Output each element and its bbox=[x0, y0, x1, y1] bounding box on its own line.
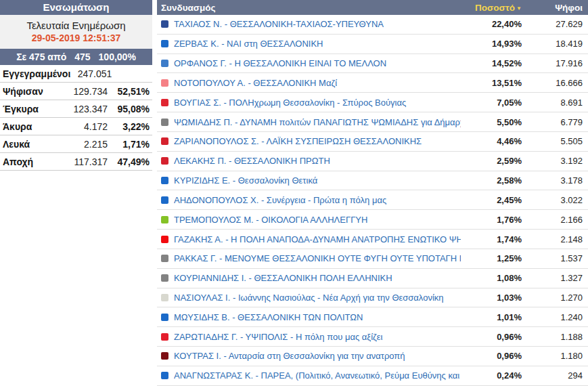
party-color-swatch bbox=[161, 274, 168, 282]
candidate-link[interactable]: ΓΑΖΑΚΗΣ Α. - Η ΠΟΛΗ ΑΝΑΠΟΔΑ-ΔΥΝΑΜΗ ΑΝΑΤΡ… bbox=[174, 234, 461, 244]
stat-value: 247.051 bbox=[70, 68, 112, 79]
table-row[interactable]: ΚΟΥΡΙΑΝΝΙΔΗΣ Ι. - ΘΕΣΣΑΛΟΝΙΚΗ ΠΟΛΗ ΕΛΛΗΝ… bbox=[157, 269, 588, 288]
table-row[interactable]: ΒΟΥΓΙΑΣ Σ. - ΠΟΛΗχρωμη Θεσσαλονίκη - Σπύ… bbox=[157, 93, 588, 112]
votes-cell: 1.327 bbox=[522, 273, 583, 283]
candidate-link[interactable]: ΝΑΣΙΟΥΛΑΣ Ι. - Ιωάννης Νασιούλας - Νέα Α… bbox=[174, 293, 461, 303]
votes-cell: 16.666 bbox=[522, 78, 583, 88]
last-update-box: Τελευταία Ενημέρωση 29-05-2019 12:51:37 bbox=[0, 15, 152, 49]
table-row[interactable]: ΜΩΥΣΙΔΗΣ Β. - ΘΕΣΣΑΛΟΝΙΚΗ ΤΩΝ ΠΟΛΙΤΩΝ1,0… bbox=[157, 307, 588, 327]
table-row[interactable]: ΖΕΡΒΑΣ Κ. - ΝΑΙ στη ΘΕΣΣΑΛΟΝΙΚΗ14,93%18.… bbox=[157, 35, 588, 54]
table-row[interactable]: ΛΕΚΑΚΗΣ Π. - ΘΕΣΣΑΛΟΝΙΚΗ ΠΡΩΤΗ2,59%3.192 bbox=[157, 152, 588, 171]
table-row[interactable]: ΨΩΜΙΑΔΗΣ Π. - ΔΥΝΑΜΗ πολιτών ΠΑΝΑΓΙΩΤΗΣ … bbox=[157, 112, 588, 132]
stat-percent: 52,51% bbox=[108, 86, 150, 97]
party-color-swatch bbox=[161, 119, 168, 126]
candidate-link[interactable]: ΚΥΡΙΖΙΔΗΣ Ε. - Θεσσαλονίκη Θετικά bbox=[174, 175, 461, 186]
sidebar-stat-row: Εγγεγραμμένοι247.051 bbox=[0, 65, 152, 83]
table-row[interactable]: ΖΑΡΩΤΙΑΔΗΣ Γ. - ΥΨΙΠΟΛΙΣ - Η πόλη που μα… bbox=[157, 327, 588, 347]
stat-label: Αποχή bbox=[3, 156, 62, 167]
party-color-swatch bbox=[161, 60, 168, 67]
integration-header: Ενσωμάτωση bbox=[0, 0, 152, 15]
votes-cell: 17.916 bbox=[522, 58, 583, 68]
table-row[interactable]: ΑΝΑΓΝΩΣΤΑΡΑΣ Κ. - ΠΑΡΕΑ, (Πολιτικό, Αναν… bbox=[157, 366, 588, 386]
party-color-swatch bbox=[161, 314, 168, 321]
candidate-link[interactable]: ΖΑΡΩΤΙΑΔΗΣ Γ. - ΥΨΙΠΟΛΙΣ - Η πόλη που μα… bbox=[174, 332, 461, 342]
votes-cell: 1.537 bbox=[522, 253, 583, 263]
candidate-link[interactable]: ΖΕΡΒΑΣ Κ. - ΝΑΙ στη ΘΕΣΣΑΛΟΝΙΚΗ bbox=[174, 39, 461, 49]
stat-label: Εγγεγραμμένοι bbox=[3, 68, 70, 79]
sidebar-stats: Εγγεγραμμένοι247.051Ψήφισαν129.73452,51%… bbox=[0, 65, 152, 171]
votes-cell: 1.270 bbox=[522, 293, 583, 303]
table-row[interactable]: ΝΑΣΙΟΥΛΑΣ Ι. - Ιωάννης Νασιούλας - Νέα Α… bbox=[157, 288, 588, 308]
candidate-link[interactable]: ΨΩΜΙΑΔΗΣ Π. - ΔΥΝΑΜΗ πολιτών ΠΑΝΑΓΙΩΤΗΣ … bbox=[174, 117, 461, 127]
stat-value: 129.734 bbox=[62, 86, 108, 97]
percent-cell: 1,01% bbox=[461, 312, 522, 322]
percent-cell: 1,76% bbox=[461, 215, 522, 225]
table-row[interactable]: ΤΡΕΜΟΠΟΥΛΟΣ Μ. - ΟΙΚΟΛΟΓΙΑ ΑΛΛΗΛΕΓΓΥΗ1,7… bbox=[157, 210, 588, 230]
stat-percent: 47,49% bbox=[108, 156, 150, 167]
percent-cell: 13,51% bbox=[461, 78, 522, 88]
stat-value: 123.347 bbox=[62, 104, 108, 114]
party-color-swatch bbox=[161, 372, 168, 379]
table-row[interactable]: ΚΟΥΤΡΑΣ Ι. - Ανταρσία στη Θεσσαλονίκη γι… bbox=[157, 347, 588, 366]
percent-cell: 22,40% bbox=[461, 19, 522, 29]
table-row[interactable]: ΝΟΤΟΠΟΥΛΟΥ Α. - ΘΕΣΣΑΛΟΝΙΚΗ Μαζί13,51%16… bbox=[157, 73, 588, 93]
votes-cell: 1.240 bbox=[522, 312, 583, 322]
results-table-header: Συνδυασμός Ποσοστό▼ Ψήφοι bbox=[157, 0, 588, 15]
candidate-link[interactable]: ΚΟΥΡΙΑΝΝΙΔΗΣ Ι. - ΘΕΣΣΑΛΟΝΙΚΗ ΠΟΛΗ ΕΛΛΗΝ… bbox=[174, 273, 461, 283]
last-update-timestamp: 29-05-2019 12:51:37 bbox=[0, 33, 152, 43]
votes-cell: 2.166 bbox=[522, 215, 583, 225]
percent-cell: 1,25% bbox=[461, 253, 522, 263]
table-row[interactable]: ΖΑΡΙΑΝΟΠΟΥΛΟΣ Σ. - ΛΑΪΚΗ ΣΥΣΠΕΙΡΩΣΗ ΘΕΣΣ… bbox=[157, 132, 588, 152]
column-header-percent[interactable]: Ποσοστό▼ bbox=[461, 3, 522, 13]
votes-cell: 27.629 bbox=[522, 19, 583, 29]
stat-label: Έγκυρα bbox=[3, 104, 62, 114]
percent-cell: 0,96% bbox=[461, 332, 522, 342]
party-color-swatch bbox=[161, 255, 168, 262]
stat-value: 2.215 bbox=[62, 139, 108, 150]
party-color-swatch bbox=[161, 236, 168, 243]
candidate-link[interactable]: ΖΑΡΙΑΝΟΠΟΥΛΟΣ Σ. - ΛΑΪΚΗ ΣΥΣΠΕΙΡΩΣΗ ΘΕΣΣ… bbox=[174, 136, 461, 146]
table-row[interactable]: ΤΑΧΙΑΟΣ Ν. - ΘΕΣΣΑΛΟΝΙΚΗ-ΤΑΧΙΑΟΣ-ΥΠΕΥΘΥΝ… bbox=[157, 15, 588, 35]
votes-cell: 5.505 bbox=[522, 136, 583, 146]
table-row[interactable]: ΡΑΚΚΑΣ Γ. - ΜΕΝΟΥΜΕ ΘΕΣΣΑΛΟΝΙΚΗ ΟΥΤΕ ΦΥΓ… bbox=[157, 249, 588, 269]
sidebar-stat-row: Έγκυρα123.34795,08% bbox=[0, 100, 152, 118]
candidate-link[interactable]: ΒΟΥΓΙΑΣ Σ. - ΠΟΛΗχρωμη Θεσσαλονίκη - Σπύ… bbox=[174, 98, 461, 108]
party-color-swatch bbox=[161, 40, 168, 47]
candidate-link[interactable]: ΚΟΥΤΡΑΣ Ι. - Ανταρσία στη Θεσσαλονίκη γι… bbox=[174, 351, 461, 361]
votes-cell: 3.022 bbox=[522, 195, 583, 205]
sidebar-stat-row: Ψήφισαν129.73452,51% bbox=[0, 83, 152, 100]
candidate-link[interactable]: ΑΝΑΓΝΩΣΤΑΡΑΣ Κ. - ΠΑΡΕΑ, (Πολιτικό, Αναν… bbox=[174, 370, 461, 381]
votes-cell: 3.178 bbox=[522, 175, 583, 186]
party-color-swatch bbox=[161, 99, 168, 106]
votes-cell: 294 bbox=[522, 370, 583, 381]
table-row[interactable]: ΟΡΦΑΝΟΣ Γ. - Η ΘΕΣΣΑΛΟΝΙΚΗ ΕΙΝΑΙ ΤΟ ΜΕΛΛ… bbox=[157, 54, 588, 74]
column-header-votes[interactable]: Ψήφοι bbox=[522, 3, 583, 13]
party-color-swatch bbox=[161, 333, 168, 341]
election-results-page: Ενσωμάτωση Τελευταία Ενημέρωση 29-05-201… bbox=[0, 0, 588, 386]
percent-cell: 5,50% bbox=[461, 117, 522, 127]
percent-cell: 1,08% bbox=[461, 273, 522, 283]
table-row[interactable]: ΓΑΖΑΚΗΣ Α. - Η ΠΟΛΗ ΑΝΑΠΟΔΑ-ΔΥΝΑΜΗ ΑΝΑΤΡ… bbox=[157, 230, 588, 249]
percent-cell: 2,45% bbox=[461, 195, 522, 205]
candidate-link[interactable]: ΑΗΔΟΝΟΠΟΥΛΟΣ Χ. - Συνέργεια - Πρώτα η πό… bbox=[174, 195, 461, 205]
column-header-combination[interactable]: Συνδυασμός bbox=[161, 3, 461, 13]
results-rows: ΤΑΧΙΑΟΣ Ν. - ΘΕΣΣΑΛΟΝΙΚΗ-ΤΑΧΙΑΟΣ-ΥΠΕΥΘΥΝ… bbox=[157, 15, 588, 386]
table-row[interactable]: ΚΥΡΙΖΙΔΗΣ Ε. - Θεσσαλονίκη Θετικά2,58%3.… bbox=[157, 171, 588, 191]
stat-percent: 95,08% bbox=[108, 104, 150, 114]
candidate-link[interactable]: ΟΡΦΑΝΟΣ Γ. - Η ΘΕΣΣΑΛΟΝΙΚΗ ΕΙΝΑΙ ΤΟ ΜΕΛΛ… bbox=[174, 58, 461, 68]
candidate-link[interactable]: ΝΟΤΟΠΟΥΛΟΥ Α. - ΘΕΣΣΑΛΟΝΙΚΗ Μαζί bbox=[174, 78, 461, 88]
results-table: Συνδυασμός Ποσοστό▼ Ψήφοι ΤΑΧΙΑΟΣ Ν. - Θ… bbox=[157, 0, 588, 386]
candidate-link[interactable]: ΡΑΚΚΑΣ Γ. - ΜΕΝΟΥΜΕ ΘΕΣΣΑΛΟΝΙΚΗ ΟΥΤΕ ΦΥΓ… bbox=[174, 253, 461, 263]
candidate-link[interactable]: ΤΡΕΜΟΠΟΥΛΟΣ Μ. - ΟΙΚΟΛΟΓΙΑ ΑΛΛΗΛΕΓΓΥΗ bbox=[174, 215, 461, 225]
party-color-swatch bbox=[161, 196, 168, 204]
sidebar-stat-row: Λευκά2.2151,71% bbox=[0, 135, 152, 153]
percent-cell: 4,46% bbox=[461, 136, 522, 146]
stat-label: Ψήφισαν bbox=[3, 86, 62, 97]
candidate-link[interactable]: ΤΑΧΙΑΟΣ Ν. - ΘΕΣΣΑΛΟΝΙΚΗ-ΤΑΧΙΑΟΣ-ΥΠΕΥΘΥΝ… bbox=[174, 19, 461, 29]
table-row[interactable]: ΑΗΔΟΝΟΠΟΥΛΟΣ Χ. - Συνέργεια - Πρώτα η πό… bbox=[157, 190, 588, 210]
percent-cell: 0,24% bbox=[461, 370, 522, 381]
party-color-swatch bbox=[161, 79, 168, 87]
candidate-link[interactable]: ΜΩΥΣΙΔΗΣ Β. - ΘΕΣΣΑΛΟΝΙΚΗ ΤΩΝ ΠΟΛΙΤΩΝ bbox=[174, 312, 461, 322]
candidate-link[interactable]: ΛΕΚΑΚΗΣ Π. - ΘΕΣΣΑΛΟΝΙΚΗ ΠΡΩΤΗ bbox=[174, 156, 461, 166]
stat-label: Άκυρα bbox=[3, 121, 62, 132]
